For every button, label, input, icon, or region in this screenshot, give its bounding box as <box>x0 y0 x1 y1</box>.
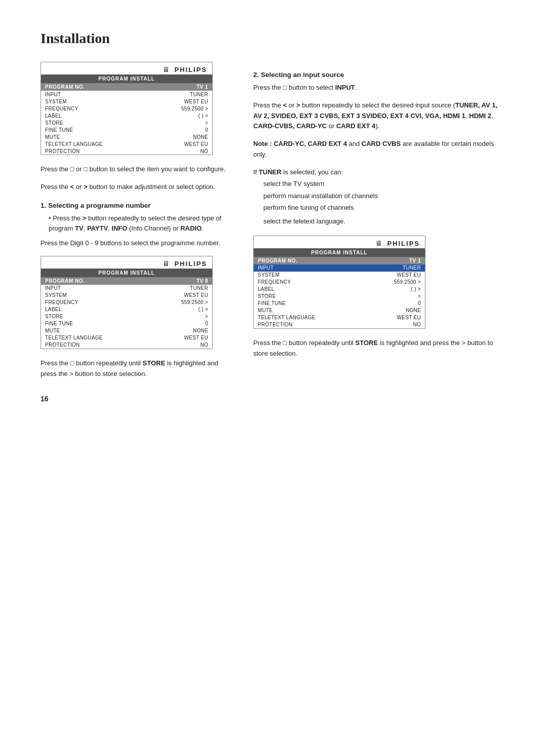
menu-rows-1: INPUTTUNER SYSTEMWEST EU FREQUENCY559.25… <box>41 91 212 155</box>
menu-row: FREQUENCY559.2500 > <box>254 279 425 286</box>
page-number: 16 <box>41 395 506 403</box>
menu-row: MUTENONE <box>254 307 425 314</box>
page-title: Installation <box>41 30 506 47</box>
menu-rows-2: INPUTTUNER SYSTEMWEST EU FREQUENCY559.25… <box>41 285 212 349</box>
menu-row: SYSTEMWEST EU <box>41 292 212 299</box>
menu-row: LABEL( ) > <box>41 306 212 313</box>
menu-header-left-1: PROGRAM NO. <box>45 84 85 90</box>
tv-icon-1: 🖥 <box>163 65 170 73</box>
philips-logo-1: PHILIPS <box>174 66 207 73</box>
menu-box-2: 🖥 PHILIPS PROGRAM INSTALL PROGRAM NO. TV… <box>41 256 213 349</box>
menu-row: INPUTTUNER <box>254 264 425 272</box>
menu-row: SYSTEMWEST EU <box>254 272 425 279</box>
menu-header-left-3: PROGRAM NO. <box>258 258 297 263</box>
menu-title-2: PROGRAM INSTALL <box>41 269 212 277</box>
menu-header-right-3: TV 1 <box>409 258 421 263</box>
left-para3: Press the Digit 0 - 9 buttons to select … <box>41 238 233 249</box>
menu-row: STORE> <box>254 293 425 300</box>
tuner-block: If TUNER is selected, you can: select th… <box>253 166 506 228</box>
philips-header-3: 🖥 PHILIPS <box>254 236 425 248</box>
menu-row: LABEL( ) > <box>41 112 212 119</box>
menu-row: INPUTTUNER <box>41 285 212 292</box>
philips-header-2: 🖥 PHILIPS <box>41 256 212 269</box>
menu-row: MUTENONE <box>41 133 212 140</box>
menu-row: FREQUENCY559.2500 > <box>41 105 212 112</box>
philips-header-1: 🖥 PHILIPS <box>41 62 212 74</box>
right-para2: Press the < or > button repeatedly to se… <box>253 100 506 132</box>
menu-row: PROTECTIONNO <box>41 147 212 155</box>
bullet1: Press the > button repeatedly to select … <box>49 213 233 235</box>
list-item: select the TV system <box>263 178 506 190</box>
left-para2: Press the < or > button to make adjustme… <box>41 182 233 193</box>
tv-icon-2: 🖥 <box>163 259 170 268</box>
menu-title-1: PROGRAM INSTALL <box>41 74 212 83</box>
menu-header-row-1: PROGRAM NO. TV 1 <box>41 83 212 91</box>
list-item: perform manual installation of channels <box>263 190 506 202</box>
tuner-intro: If TUNER is selected, you can: <box>253 166 506 178</box>
menu-row: PROTECTIONNO <box>254 321 425 328</box>
note-block: Note : CARD-YC, CARD EXT 4 and CARD CVBS… <box>253 139 506 160</box>
section2-heading: 2. Selecting an input source <box>253 71 506 79</box>
menu-row: FINE TUNE0 <box>41 126 212 133</box>
left-store-para: Press the □ button repeatedly until STOR… <box>41 358 233 380</box>
menu-row: STORE> <box>41 119 212 126</box>
menu-row: FINE TUNE0 <box>41 320 212 327</box>
menu-row: MUTENONE <box>41 327 212 334</box>
list-item: perform ﬁne tuning of channels <box>263 202 506 213</box>
main-content: 🖥 PHILIPS PROGRAM INSTALL PROGRAM NO. TV… <box>41 62 506 380</box>
menu-header-left-2: PROGRAM NO. <box>45 278 85 284</box>
menu-row: FREQUENCY559.2500 > <box>41 299 212 306</box>
menu-header-right-2: TV 8 <box>197 278 208 284</box>
list-item: select the teletext language. <box>263 215 506 227</box>
menu-header-row-2: PROGRAM NO. TV 8 <box>41 277 212 285</box>
menu-row: TELETEXT LANGUAGEWEST EU <box>254 314 425 321</box>
menu-row: LABEL( ) > <box>254 286 425 293</box>
menu-row: FINE TUNE0 <box>254 300 425 307</box>
menu-row: STORE> <box>41 313 212 320</box>
philips-logo-3: PHILIPS <box>387 240 420 247</box>
menu-row: TELETEXT LANGUAGEWEST EU <box>41 334 212 342</box>
menu-box-3: 🖥 PHILIPS PROGRAM INSTALL PROGRAM NO. TV… <box>253 236 425 329</box>
menu-header-row-3: PROGRAM NO. TV 1 <box>254 257 425 264</box>
right-store-para: Press the □ button repeatedly until STOR… <box>253 338 506 359</box>
left-para1: Press the □ or □ button to select the it… <box>41 164 233 175</box>
menu-row: SYSTEMWEST EU <box>41 98 212 105</box>
menu-title-3: PROGRAM INSTALL <box>254 248 425 257</box>
left-column: 🖥 PHILIPS PROGRAM INSTALL PROGRAM NO. TV… <box>41 62 233 380</box>
right-column: 2. Selecting an input source Press the □… <box>253 62 506 380</box>
right-para1: Press the □ button to select INPUT. <box>253 83 506 93</box>
philips-logo-2: PHILIPS <box>174 260 207 268</box>
menu-row: TELETEXT LANGUAGEWEST EU <box>41 140 212 147</box>
tuner-items: select the TV system perform manual inst… <box>263 178 506 228</box>
section1-heading: 1. Selecting a programme number <box>41 202 233 209</box>
menu-header-right-1: TV 1 <box>197 84 208 90</box>
menu-box-1: 🖥 PHILIPS PROGRAM INSTALL PROGRAM NO. TV… <box>41 62 213 155</box>
menu-row: INPUTTUNER <box>41 91 212 98</box>
tv-icon-3: 🖥 <box>375 239 382 247</box>
menu-rows-3: INPUTTUNER SYSTEMWEST EU FREQUENCY559.25… <box>254 264 425 328</box>
menu-row: PROTECTIONNO <box>41 342 212 349</box>
